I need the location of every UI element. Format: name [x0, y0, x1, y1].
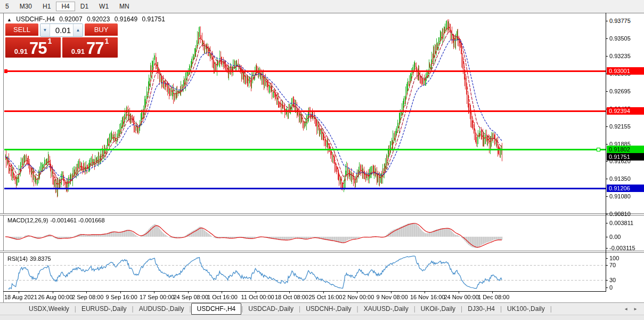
time-axis-label: 25 Oct 16:00 [309, 294, 343, 300]
buy-price-big: 77 [86, 41, 103, 56]
macd-panel-divider[interactable] [0, 213, 644, 215]
level-price-badge: 0.92394 [607, 107, 644, 115]
timeframe-d1[interactable]: D1 [75, 2, 94, 11]
chart-tab-usdchf-h4[interactable]: USDCHF-,H4 [191, 303, 242, 315]
ohlc-close: 0.91751 [142, 15, 165, 23]
axis-tick [606, 237, 608, 237]
macd-axis-label: 0.003811 [609, 220, 643, 227]
time-axis-label: 18 Aug 2021 [4, 294, 37, 300]
axis-tick [606, 56, 608, 57]
price-axis-label: 0.92155 [609, 123, 643, 130]
sell-price-base: 0.91 [14, 47, 28, 56]
timeframe-m30[interactable]: M30 [14, 2, 37, 11]
time-axis-label: 17 Sep 00:00 [140, 294, 174, 300]
axis-tick [606, 287, 608, 288]
time-axis-tick [120, 292, 121, 293]
time-axis-label: 18 Oct 08:00 [275, 294, 308, 300]
tab-scroll-arrows: ◄ ► [624, 303, 644, 315]
chart-tab-usdcnh-daily[interactable]: USDCNH-,Daily [300, 303, 356, 315]
rsi-axis-label: 0 [609, 284, 643, 291]
buy-button[interactable]: BUY [85, 23, 118, 37]
axis-tick [606, 280, 608, 281]
rsi-panel-divider[interactable] [0, 251, 644, 253]
axis-tick [606, 21, 608, 21]
chart-tab-audusd-daily[interactable]: AUDUSD-,Daily [134, 303, 190, 315]
sell-price-button[interactable]: 0.91 75 1 [5, 37, 61, 58]
axis-tick [606, 161, 608, 162]
price-axis-line [606, 13, 606, 292]
bid-price-badge: 0.91751 [607, 153, 644, 161]
time-axis-tick [459, 292, 459, 293]
macd-axis-label: 0.00 [609, 234, 643, 241]
timeframe-bar: 5M30H1H4D1W1MN [0, 2, 135, 11]
chart-tabs: USDX,Weekly|EURUSD-,Daily|AUDUSD-,Daily|… [23, 303, 552, 315]
chart-header: ▲ USDCHF-,H4 0.92007 0.92023 0.91649 0.9… [7, 15, 168, 23]
macd-axis-label: -0.003115 [609, 245, 643, 252]
axis-tick [606, 91, 608, 92]
time-axis-label: 9 Sep 16:00 [106, 294, 137, 300]
time-axis-label: 26 Aug 00:00 [38, 294, 73, 300]
status-strip [0, 315, 644, 320]
level-price-badge: 0.91206 [607, 185, 644, 192]
volume-decrease-icon[interactable]: ▼ [40, 24, 50, 36]
timeframe-h1[interactable]: H1 [37, 2, 56, 11]
chart-frame-left-border [3, 13, 4, 302]
timeframe-5[interactable]: 5 [0, 2, 14, 11]
ohlc-low: 0.91649 [115, 15, 137, 23]
axis-tick [606, 196, 608, 197]
chart-tab-usdx-weekly[interactable]: USDX,Weekly [23, 303, 75, 315]
axis-tick [606, 265, 608, 266]
chart-tab-usdcad-daily[interactable]: USDCAD-,Daily [243, 303, 299, 315]
time-axis-tick [154, 292, 154, 293]
level-price-badge: 0.91802 [607, 146, 644, 153]
chart-tab-eurusd-daily[interactable]: EURUSD-,Daily [76, 303, 132, 315]
macd-indicator-label: MACD(12,26,9)-0.001461 -0.001668 [7, 217, 107, 223]
time-axis-label: 2 Sep 08:00 [72, 294, 103, 300]
volume-input[interactable]: 0.01 [50, 24, 73, 36]
tab-separator: | [550, 303, 552, 315]
axis-tick [606, 214, 608, 214]
rsi-axis-label: 70 [609, 262, 643, 269]
time-axis-label: 2 Nov 00:00 [343, 294, 374, 300]
time-axis-label: 16 Nov 16:00 [410, 294, 445, 300]
price-axis-label: 0.93505 [609, 35, 643, 42]
time-axis-tick [425, 292, 425, 293]
volume-increase-icon[interactable]: ▲ [73, 24, 83, 36]
time-axis-label: 24 Nov 00:00 [444, 294, 479, 300]
time-axis-tick [323, 292, 324, 293]
axis-tick [606, 258, 608, 259]
time-axis-tick [256, 292, 256, 293]
time-axis-tick [188, 292, 189, 293]
time-axis-tick [222, 292, 222, 293]
one-click-trade-panel: SELL ▼ 0.01 ▲ BUY 0.91 75 1 0.91 77 1 [5, 23, 118, 58]
time-axis-tick [86, 292, 87, 293]
price-axis-label: 0.92695 [609, 88, 643, 95]
buy-price-base: 0.91 [71, 47, 85, 56]
timeframe-mn[interactable]: MN [114, 2, 135, 11]
timeframe-h4[interactable]: H4 [56, 2, 75, 11]
axis-tick [606, 38, 608, 39]
ohlc-open: 0.92007 [59, 15, 82, 23]
axis-tick [606, 126, 608, 127]
buy-price-button[interactable]: 0.91 77 1 [62, 37, 118, 58]
chart-tab-bar: USDX,Weekly|EURUSD-,Daily|AUDUSD-,Daily|… [0, 302, 644, 315]
tab-scroll-right-icon[interactable]: ► [633, 307, 638, 311]
rsi-axis-label: 100 [609, 255, 643, 262]
chart-tab-uk100-daily[interactable]: UK100-,Daily [502, 303, 550, 315]
symbol-period-title: USDCHF-,H4 [16, 15, 55, 23]
sell-button[interactable]: SELL [5, 23, 38, 37]
time-axis-label: 24 Sep 08:00 [174, 294, 208, 300]
price-axis-label: 0.91350 [609, 175, 643, 182]
chart-tab-ukoil-daily[interactable]: UKOil-,Daily [415, 303, 461, 315]
time-axis-tick [492, 292, 493, 293]
rsi-indicator-label: RSI(14)39.8375 [7, 255, 53, 262]
timeframe-w1[interactable]: W1 [94, 2, 114, 11]
tab-scroll-left-icon[interactable]: ◄ [624, 307, 628, 311]
collapse-trade-panel-icon[interactable]: ▲ [7, 17, 12, 22]
price-axis-label: 0.90810 [609, 211, 643, 218]
time-axis-label: 1 Oct 16:00 [207, 294, 238, 300]
chart-tab-xauusd-daily[interactable]: XAUUSD-,Daily [358, 303, 414, 315]
price-axis-label: 0.93775 [609, 18, 643, 25]
buy-price-pipette: 1 [105, 37, 109, 45]
chart-tab-dj30-h4[interactable]: DJ30-,H4 [462, 303, 500, 315]
